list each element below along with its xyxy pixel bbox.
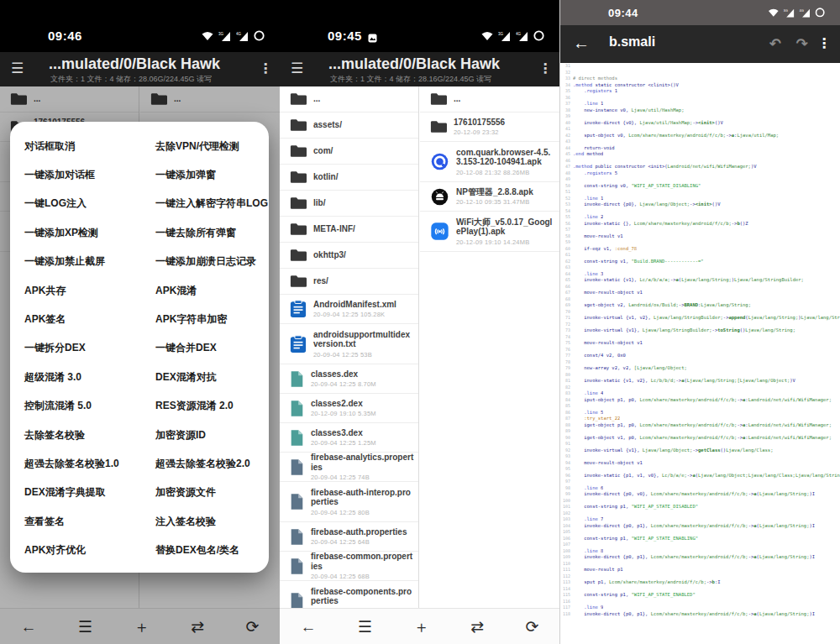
menu-item[interactable]: 超强去除签名校验2.0 bbox=[155, 449, 269, 478]
code-line: 84 iput-object p1, p0, Lcom/share/master… bbox=[560, 397, 840, 404]
file-row[interactable]: NP管理器_2.8.8.apk20-12-10 09:35 31.47MB bbox=[420, 182, 559, 212]
code-line: 59 bbox=[560, 239, 840, 246]
refresh-icon[interactable]: ⟳ bbox=[525, 619, 538, 635]
code-line: 82 bbox=[560, 385, 840, 391]
file-meta: 20-12-10 09:35 31.47MB bbox=[456, 198, 533, 206]
folder-row[interactable]: ... bbox=[280, 86, 418, 113]
menu-hamburger-icon[interactable]: ☰ bbox=[11, 61, 24, 76]
status-bar: 09:44 3G4G bbox=[560, 0, 840, 25]
file-meta: 20-12-09 19:10 14.24MB bbox=[456, 238, 555, 246]
file-meta: 20-12-09 19:10 5.35M bbox=[311, 410, 376, 417]
menu-item[interactable]: APK签名 bbox=[24, 305, 155, 333]
menu-item[interactable]: 去除签名校验 bbox=[24, 421, 155, 449]
code-line: 48 .registers 5 bbox=[560, 170, 840, 177]
status-icons: 3G4G bbox=[481, 30, 544, 41]
xml-icon bbox=[290, 335, 307, 353]
file-row[interactable]: WiFi大师_v5.0.17_GooglePlay(1).apk20-12-09… bbox=[420, 212, 559, 252]
menu-item[interactable]: 一键去除所有弹窗 bbox=[155, 218, 269, 247]
file-row[interactable]: com.quark.browser-4.5.3.153-120-104941.a… bbox=[420, 142, 559, 182]
file-row[interactable]: firebase-analytics.properties20-09-04 12… bbox=[280, 453, 418, 482]
menu-item[interactable]: 加密资源ID bbox=[155, 421, 269, 449]
file-row[interactable]: classes.dex20-09-04 12:25 8.70M bbox=[280, 364, 418, 394]
menu-item[interactable]: 注入签名校验 bbox=[155, 507, 269, 536]
folder-row[interactable]: 1761017555620-12-09 23:32 bbox=[420, 113, 559, 142]
menu-item[interactable]: 一键添加弹窗 bbox=[155, 160, 269, 189]
menu-item[interactable]: APK字符串加密 bbox=[155, 305, 269, 333]
overflow-menu-icon[interactable]: ⋮ bbox=[538, 60, 552, 76]
menu-item[interactable]: 一键添加禁止截屏 bbox=[24, 248, 155, 276]
file-row[interactable]: firebase-auth.properties20-09-04 12:25 6… bbox=[280, 522, 418, 552]
menu-item[interactable]: APK共存 bbox=[24, 276, 155, 305]
file-row[interactable]: firebase-common.properties20-09-04 12:25… bbox=[280, 552, 418, 581]
back-icon[interactable]: ← bbox=[301, 619, 317, 635]
battery-circle-icon bbox=[815, 8, 825, 18]
menu-hamburger-icon[interactable]: ☰ bbox=[291, 61, 303, 76]
menu-item[interactable]: 一键LOG注入 bbox=[24, 190, 155, 218]
prop-icon bbox=[290, 493, 304, 510]
list-icon[interactable]: ☰ bbox=[358, 619, 372, 635]
menu-item[interactable]: 对话框取消 bbox=[24, 132, 155, 160]
folder-row[interactable]: lib/ bbox=[280, 191, 418, 217]
redo-icon[interactable]: ↷ bbox=[796, 35, 808, 53]
undo-icon[interactable]: ↶ bbox=[769, 35, 781, 53]
folder-row[interactable]: ... bbox=[420, 86, 559, 113]
menu-item[interactable]: 控制流混淆 5.0 bbox=[24, 392, 155, 421]
code-line: 98 .line 6 bbox=[560, 485, 840, 492]
menu-item[interactable]: 一键添加XP检测 bbox=[24, 218, 155, 247]
code-line: 37 .line 1 bbox=[560, 101, 840, 107]
menu-item[interactable]: 一键注入解密字符串LOG bbox=[155, 190, 269, 218]
file-meta: 20-09-04 12:25 68B bbox=[311, 573, 414, 580]
menu-item[interactable]: 加密资源文件 bbox=[155, 479, 269, 507]
code-line: 39 bbox=[560, 113, 840, 120]
current-path[interactable]: ...mulated/0/Black Hawk bbox=[49, 55, 220, 73]
folder-row[interactable]: okhttp3/ bbox=[280, 243, 418, 269]
folder-row[interactable]: com/ bbox=[280, 139, 418, 165]
menu-item[interactable]: 查看签名 bbox=[24, 507, 155, 536]
menu-item[interactable]: 一键添加对话框 bbox=[24, 160, 155, 189]
folder-row[interactable]: kotlin/ bbox=[280, 165, 418, 191]
left-pane: ...assets/com/kotlin/lib/META-INF/okhttp… bbox=[280, 86, 419, 609]
folder-icon bbox=[290, 223, 307, 236]
code-line: 60 if-eqz v1, :cond_78 bbox=[560, 246, 840, 253]
menu-item[interactable]: 替换DEX包名/类名 bbox=[155, 536, 269, 564]
folder-row[interactable]: assets/ bbox=[280, 113, 418, 139]
editor-header: ← b.smali ↶ ↷ ⋮ bbox=[560, 25, 840, 63]
wifi-icon bbox=[430, 222, 449, 241]
menu-item[interactable]: 一键合并DEX bbox=[155, 334, 269, 363]
menu-item[interactable]: APK对齐优化 bbox=[24, 536, 155, 564]
prop-icon bbox=[290, 558, 304, 575]
menu-item[interactable]: DEX混淆字典提取 bbox=[24, 479, 155, 507]
code-line: 51 bbox=[560, 189, 840, 196]
menu-item[interactable]: 去除VPN/代理检测 bbox=[155, 132, 269, 160]
file-row[interactable]: classes2.dex20-12-09 19:10 5.35M bbox=[280, 394, 418, 423]
menu-item[interactable]: 一键添加崩溃日志记录 bbox=[155, 248, 269, 276]
menu-item[interactable]: RES资源混淆 2.0 bbox=[155, 392, 269, 421]
right-pane: ...1761017555620-12-09 23:32com.quark.br… bbox=[420, 86, 559, 609]
overflow-menu-icon[interactable]: ⋮ bbox=[817, 35, 831, 51]
file-row[interactable]: AndroidManifest.xml20-09-04 12:25 105.28… bbox=[280, 295, 418, 324]
code-line: 103 .line 7 bbox=[560, 516, 840, 523]
menu-item[interactable]: 一键拆分DEX bbox=[24, 334, 155, 363]
file-row[interactable]: androidsupportmultidexversion.txt20-09-0… bbox=[280, 324, 418, 364]
menu-item[interactable]: DEX混淆对抗 bbox=[155, 363, 269, 391]
folder-row[interactable]: res/ bbox=[280, 269, 418, 295]
code-line: 93 bbox=[560, 453, 840, 460]
file-name: META-INF/ bbox=[313, 224, 355, 234]
add-icon[interactable]: ＋ bbox=[413, 619, 429, 635]
file-row[interactable]: classes3.dex20-09-04 12:25 1.25M bbox=[280, 423, 418, 453]
menu-item[interactable]: 超级混淆 3.0 bbox=[24, 363, 155, 391]
folder-icon bbox=[290, 196, 307, 210]
menu-item[interactable]: APK混淆 bbox=[155, 276, 269, 305]
folder-row[interactable]: META-INF/ bbox=[280, 217, 418, 243]
svg-text:3G: 3G bbox=[498, 31, 504, 35]
current-path[interactable]: ...mulated/0/Black Hawk bbox=[328, 55, 500, 73]
app-header: ☰ ...mulated/0/Black Hawk 文件夹：1 文件：4 储存：… bbox=[280, 52, 559, 86]
menu-item[interactable]: 超强去除签名校验1.0 bbox=[24, 449, 155, 478]
code-line: 110 bbox=[560, 561, 840, 568]
code-lines[interactable]: 31 32 33# direct methods34.method static… bbox=[560, 63, 840, 644]
back-arrow-icon[interactable]: ← bbox=[573, 34, 590, 53]
overflow-menu-icon[interactable]: ⋮ bbox=[259, 60, 272, 76]
swap-panes-icon[interactable]: ⇄ bbox=[470, 619, 484, 635]
file-row[interactable]: firebase-auth-interop.properties20-09-04… bbox=[280, 482, 418, 522]
file-row[interactable]: firebase-components.properties20-09-04 1… bbox=[280, 581, 418, 609]
